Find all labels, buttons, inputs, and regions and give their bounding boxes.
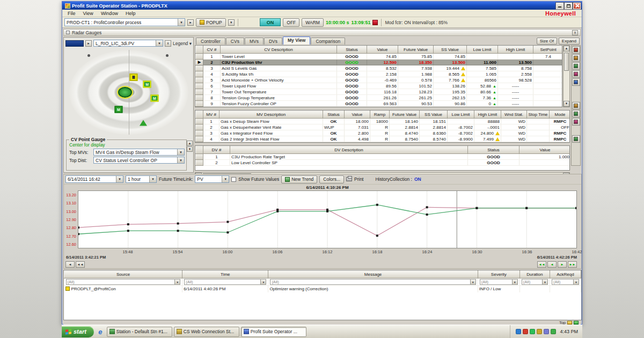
trend-range-select[interactable]: 1 hour ▼	[126, 175, 157, 183]
radar-marker-center[interactable]	[118, 87, 132, 98]
point-prev-button[interactable]: ▸	[85, 40, 92, 47]
controller-detach-button[interactable]: ▸	[187, 19, 194, 26]
row-selector[interactable]	[196, 124, 203, 130]
trend-datetime-select[interactable]: 6/14/2011 16:42 ▼	[65, 175, 123, 183]
internet-explorer-icon[interactable]: e	[96, 328, 105, 336]
col-header-mv-description[interactable]: MV Description	[219, 111, 323, 119]
menu-help[interactable]: Help	[122, 11, 140, 16]
row-selector[interactable]: ▶	[196, 60, 203, 65]
minimize-button[interactable]	[556, 3, 564, 9]
table-row[interactable]: 1C3U Production Rate TargetGOOD1.000	[196, 154, 570, 160]
taskbar-task-profit-suite-operator[interactable]: Profit Suite Operator ...	[241, 327, 306, 337]
page-prev-button[interactable]: ◄	[547, 261, 557, 268]
table-row[interactable]: 2Low Level Controller SPGOOD	[196, 160, 570, 166]
top-mvs-select[interactable]: MV4 Gas in/Desup Steam Flow ▼	[93, 149, 185, 156]
taskbar-task-cs-web-connection-st[interactable]: CS Web Connection St...	[174, 327, 239, 337]
radar-marker-square-green[interactable]: M	[151, 95, 159, 102]
alarm-col-header-severity[interactable]: Severity	[478, 271, 519, 278]
mv-tool-icon[interactable]	[572, 110, 580, 117]
stop-indicator-icon[interactable]	[372, 20, 378, 25]
alarm-col-header-duration[interactable]: Duration	[519, 271, 550, 278]
point-clear-button[interactable]: x	[165, 40, 171, 47]
table-row[interactable]: 2Gas x Desuperheater Vent RateWUP7.031R2…	[196, 124, 570, 130]
col-header-value[interactable]: Value	[345, 111, 370, 119]
table-row[interactable]: 3Acid S Levels GasGOOD8.5327.93819.4447.…	[196, 65, 563, 71]
state-warm-button[interactable]: WARM	[302, 18, 324, 27]
table-row[interactable]: 4Gas 2 Integr 3rd/4th Heat FlowOK4.498R8…	[196, 136, 570, 142]
alarm-filter-input[interactable]: (All)▼	[184, 279, 266, 285]
point-select[interactable]: L_RIO_LIC_3di.PV ▼	[93, 40, 163, 47]
cv-tool-icon[interactable]	[572, 70, 580, 78]
alarm-filter-input[interactable]: (All)▼	[270, 279, 475, 285]
table-row[interactable]: ▶2C3U Production t/hrGOOD12.59018.35013.…	[196, 60, 563, 65]
mv-tool-icon[interactable]	[572, 102, 580, 109]
scroll-thumb[interactable]	[564, 53, 569, 71]
tray-icon[interactable]	[530, 329, 535, 334]
col-header-setpoint[interactable]: SetPoint	[533, 46, 563, 54]
tab-comparison[interactable]: Comparison	[311, 38, 345, 45]
collapse-icon[interactable]: -	[66, 31, 70, 34]
row-selector[interactable]	[196, 136, 203, 142]
col-header-future-value[interactable]: Future Value	[398, 46, 434, 54]
cv-tool-icon[interactable]	[572, 78, 580, 86]
table-row[interactable]: 9Tension Fuzzy Controller OPGOOD69.56390…	[196, 101, 563, 107]
table-row[interactable]: 4S Acidity Max t/hGOOD2.1581.9888.5651.0…	[196, 71, 563, 77]
row-selector[interactable]	[196, 83, 203, 89]
col-header-cv-description[interactable]: CV Description	[221, 46, 337, 54]
tray-icon[interactable]	[523, 329, 528, 334]
menu-window[interactable]: Window	[97, 11, 122, 16]
pane-close-button[interactable]: x	[572, 30, 578, 35]
tray-icon[interactable]	[544, 329, 549, 334]
row-selector[interactable]	[196, 71, 203, 77]
radar-marker-square-green2[interactable]: M	[115, 106, 123, 113]
col-header-status[interactable]: Status	[323, 111, 345, 119]
maximize-button[interactable]	[565, 3, 572, 9]
tab-mvs[interactable]: MVs	[245, 38, 264, 45]
row-selector[interactable]	[196, 77, 203, 83]
radar-marker-triangle[interactable]	[140, 120, 147, 126]
alarm-filter-input[interactable]: (All)▼	[522, 279, 548, 285]
row-selector[interactable]	[196, 130, 203, 136]
print-label[interactable]: Print	[354, 177, 363, 182]
top-dist-select[interactable]: CV Status Level Controller OP ▼	[93, 157, 185, 164]
col-header-mode[interactable]: Mode	[550, 111, 570, 119]
col-header-ramp[interactable]: Ramp	[370, 111, 390, 119]
row-selector[interactable]	[196, 101, 203, 107]
new-trend-button[interactable]: New Trend	[281, 175, 317, 183]
tray-icon[interactable]	[551, 329, 556, 334]
pan-left-button[interactable]: ◄	[65, 261, 75, 268]
popup-spinner[interactable]: ▾	[228, 19, 235, 26]
col-header-ss-value[interactable]: SS Value	[420, 111, 448, 119]
chart-plot-area[interactable]	[78, 190, 577, 248]
scroll-top-icon[interactable]	[574, 321, 579, 325]
page-indicator-icon[interactable]	[567, 321, 572, 325]
pan-left-fast-button[interactable]: ◄◄	[76, 261, 85, 268]
col-header-value[interactable]: Value	[519, 146, 570, 154]
col-header-mv[interactable]: MV #	[203, 111, 219, 119]
row-selector[interactable]	[196, 65, 203, 71]
start-button[interactable]: start	[62, 326, 94, 337]
table-row[interactable]: 3Gas x Integrator Feed FlowOK2.800R8.474…	[196, 130, 570, 136]
col-header-stop-time[interactable]: Stop Time	[527, 111, 550, 119]
table-row[interactable]: 1Gas x Desup Steam FlowOK18.0001800018.1…	[196, 119, 570, 124]
col-header-high-limit[interactable]: High Limit	[498, 46, 533, 54]
tab-cvs[interactable]: CVs	[226, 38, 244, 45]
page-first-button[interactable]: ◄◄	[537, 261, 546, 268]
row-selector[interactable]	[196, 119, 203, 124]
tray-icon[interactable]	[516, 329, 521, 334]
col-header-ss-value[interactable]: SS Value	[434, 46, 467, 54]
radar-gauge[interactable]: MMM	[67, 49, 191, 136]
radar-marker-square-green[interactable]: M	[143, 81, 151, 88]
col-header-high-limit[interactable]: High Limit	[474, 111, 501, 119]
alarm-col-header-source[interactable]: Source	[64, 271, 182, 278]
colors-button[interactable]: Colors...	[319, 175, 344, 183]
alarm-filter-input[interactable]: (All)▼	[480, 279, 518, 285]
col-header-status[interactable]: Status	[337, 46, 367, 54]
alarm-filter-input[interactable]: (All)▼	[66, 279, 181, 285]
controller-select[interactable]: PROD-CT1 : ProfitController process ▼	[64, 18, 185, 26]
col-header-low-limit[interactable]: Low Limit	[467, 46, 498, 54]
future-timelink-select[interactable]: PV ▼	[195, 175, 229, 183]
tab-dvs[interactable]: DVs	[264, 38, 282, 45]
popup-button[interactable]: POPUP	[196, 18, 226, 27]
row-selector[interactable]	[196, 54, 203, 60]
